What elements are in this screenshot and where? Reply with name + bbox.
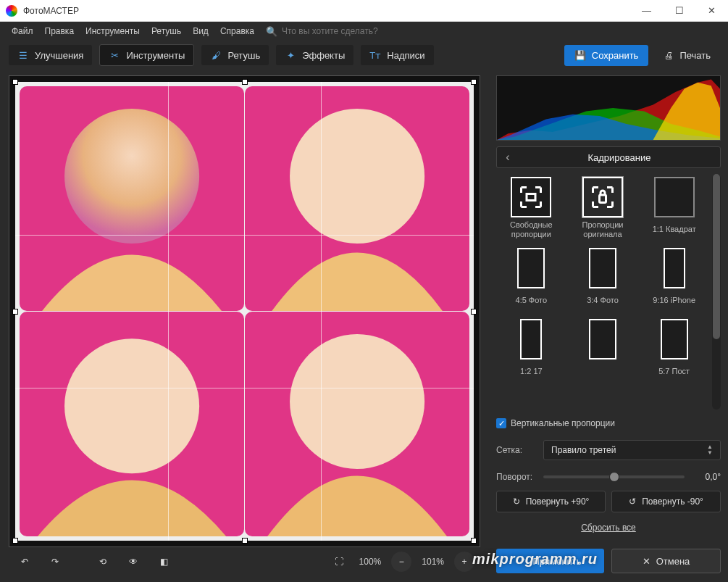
preset-original-label: Пропорции оригинала [571,220,635,239]
tab-retouch[interactable]: 🖌Ретушь [201,45,269,65]
image-canvas[interactable] [9,75,480,547]
apply-label: Применить [532,556,581,567]
tab-effects[interactable]: ✦Эффекты [276,45,353,65]
rotate-minus-90-button[interactable]: ↺Повернуть -90° [611,491,721,512]
print-label: Печать [679,50,711,61]
save-label: Сохранить [592,50,639,61]
preset-1-2-label: 1:2 17 [520,362,543,381]
crop-handle-t[interactable] [242,79,248,85]
preset-3-4[interactable]: 3:4 Фото [568,245,638,313]
search-icon: 🔍 [266,26,277,37]
history-button[interactable]: ⟲ [93,552,113,572]
menu-file[interactable]: Файл [6,26,39,36]
crop-handle-bl[interactable] [12,538,18,544]
rotate-value: 0,0° [692,472,721,482]
sliders-icon: ☰ [17,49,29,61]
preset-4-5-label: 4:5 Фото [516,291,548,310]
crop-handle-tr[interactable] [471,79,477,85]
cancel-button[interactable]: ✕Отмена [611,549,721,573]
zoom-value: 101% [422,557,444,567]
wand-icon: ✦ [285,49,296,61]
histogram [496,75,721,141]
rotate-cw-icon: ↻ [513,496,520,507]
crop-handle-l[interactable] [12,309,18,315]
preset-1-2[interactable]: 1:2 17 [496,316,566,384]
menu-help[interactable]: Справка [214,26,260,36]
rotate-ccw-icon: ↺ [629,496,636,507]
close-icon: ✕ [643,556,650,567]
save-button[interactable]: 💾Сохранить [564,45,649,66]
menu-edit[interactable]: Правка [39,26,80,36]
crop-handle-br[interactable] [471,538,477,544]
menubar: Файл Правка Инструменты Ретушь Вид Справ… [0,22,728,41]
apply-button[interactable]: ✓Применить [496,549,604,573]
zoom-out-button[interactable]: − [391,552,411,572]
app-icon [6,5,17,17]
svg-rect-8 [527,194,535,201]
vertical-proportions-label: Вертикальные пропорции [511,418,615,428]
tab-captions[interactable]: TᴛНадписи [361,45,433,65]
tab-tools[interactable]: ✂Инструменты [99,44,194,66]
menu-retouch[interactable]: Ретушь [146,26,187,36]
preset-3-4-label: 3:4 Фото [587,291,619,310]
rotate-slider-knob[interactable] [609,472,619,482]
menu-tools[interactable]: Инструменты [80,26,146,36]
compare-button[interactable]: ◧ [154,552,174,572]
preset-blank[interactable] [568,316,638,384]
text-icon: Tᴛ [369,49,381,61]
panel-back-button[interactable]: ‹ [497,151,519,164]
brush-icon: 🖌 [210,49,222,61]
undo-button[interactable]: ↶ [14,552,35,572]
preset-9-16[interactable]: 9:16 iPhone [639,245,709,313]
preset-4-5[interactable]: 4:5 Фото [496,245,566,313]
preset-9-16-label: 9:16 iPhone [653,291,695,310]
window-minimize-button[interactable]: ― [630,0,663,22]
rotate-label: Поворот: [496,472,536,482]
fit-screen-button[interactable]: ⛶ [329,552,349,572]
tab-effects-label: Эффекты [302,50,345,61]
preset-1-1[interactable]: 1:1 Квадрат [639,174,709,242]
crop-handle-r[interactable] [471,309,477,315]
photo-collage [15,82,474,541]
preset-free-label: Свободные пропорции [499,220,564,239]
preset-5-7[interactable]: 5:7 Пост [639,316,709,384]
tab-tools-label: Инструменты [126,50,185,61]
vertical-proportions-checkbox[interactable]: ✓ [496,418,506,428]
menu-view[interactable]: Вид [187,26,214,36]
rotate-plus-90-button[interactable]: ↻Повернуть +90° [496,491,606,512]
global-search-input[interactable] [282,26,427,36]
window-maximize-button[interactable]: ☐ [663,0,695,22]
preset-1-1-label: 1:1 Квадрат [653,220,696,239]
preset-original[interactable]: Пропорции оригинала [568,174,638,242]
chevron-updown-icon: ▲▼ [707,444,713,456]
preset-5-7-label: 5:7 Пост [658,362,690,381]
rotate-plus-label: Повернуть +90° [526,496,590,507]
zoom-100-label[interactable]: 100% [359,557,382,567]
reset-all-link[interactable]: Сбросить все [496,518,721,537]
cancel-label: Отмена [656,556,690,567]
check-icon: ✓ [519,556,527,567]
window-close-button[interactable]: ✕ [695,0,728,22]
crop-handle-tl[interactable] [12,79,18,85]
svg-point-5 [64,338,199,473]
panel-header: ‹ Кадрирование [496,146,721,168]
presets-scrollbar[interactable] [712,174,721,410]
grid-label: Сетка: [496,445,536,455]
zoom-in-button[interactable]: + [454,552,474,572]
window-title: ФотоМАСТЕР [23,6,630,16]
print-button[interactable]: 🖨Печать [656,45,719,66]
print-icon: 🖨 [664,50,674,61]
tab-retouch-label: Ретушь [227,50,260,61]
save-icon: 💾 [574,50,586,61]
crop-handle-b[interactable] [242,538,248,544]
rotate-minus-label: Повернуть -90° [642,496,703,507]
preview-toggle-button[interactable]: 👁 [123,552,143,572]
redo-button[interactable]: ↷ [45,552,65,572]
grid-select[interactable]: Правило третей ▲▼ [543,440,721,460]
preset-free[interactable]: Свободные пропорции [496,174,566,242]
tab-enhance[interactable]: ☰Улучшения [9,45,92,65]
tab-captions-label: Надписи [387,50,424,61]
svg-point-1 [64,109,199,244]
tab-enhance-label: Улучшения [35,50,83,61]
rotate-slider[interactable] [543,475,685,478]
